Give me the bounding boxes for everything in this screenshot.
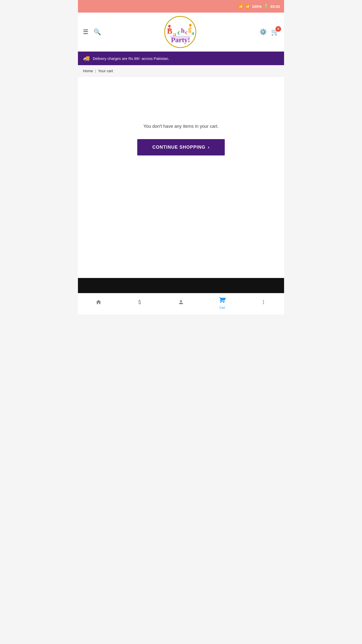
cart-icon-wrapper[interactable]: 🛒 0 — [271, 28, 279, 36]
cart-nav-icon — [219, 296, 226, 305]
header-left: ☰ 🔍 — [83, 28, 101, 35]
continue-shopping-label: CONTINUE SHOPPING — [152, 145, 205, 150]
dark-footer — [78, 278, 284, 293]
cart-nav-label: Cart — [219, 306, 225, 309]
person-icon — [178, 299, 184, 307]
svg-point-9 — [168, 25, 171, 27]
header: ☰ 🔍 B a c h c h a Party! — [78, 13, 284, 52]
cart-badge: 0 — [276, 26, 281, 32]
settings-icon[interactable]: ⚙️ — [259, 28, 267, 35]
continue-shopping-button[interactable]: CONTINUE SHOPPING › — [137, 139, 225, 155]
menu-icon[interactable]: ☰ — [83, 28, 88, 35]
bottom-nav-deals[interactable] — [132, 299, 147, 307]
more-icon — [260, 299, 266, 307]
battery-percentage: 100% — [252, 4, 261, 9]
empty-cart-message: You don't have any items in your cart. — [144, 124, 219, 129]
bottom-nav-account[interactable] — [173, 299, 189, 307]
bottom-navigation: Cart — [78, 293, 284, 314]
search-icon[interactable]: 🔍 — [94, 28, 101, 35]
bottom-nav-more[interactable] — [256, 299, 271, 307]
svg-text:h: h — [181, 27, 185, 34]
app-logo: B a c h c h a Party! — [164, 16, 197, 48]
breadcrumb: Home | Your cart — [78, 65, 284, 77]
signal-icon: 📶 — [245, 4, 250, 9]
status-bar-info: 📶 📶 100% 🔋 03:02 — [238, 4, 280, 9]
home-icon — [96, 299, 102, 307]
wifi-icon: 📶 — [238, 4, 243, 9]
delivery-message: Delivery charges are Rs.99/- across Paki… — [93, 56, 169, 61]
dollar-icon — [137, 299, 143, 307]
time-display: 03:02 — [270, 4, 280, 9]
svg-text:c: c — [177, 29, 180, 36]
status-bar: 📶 📶 100% 🔋 03:02 — [78, 0, 284, 13]
main-content: You don't have any items in your cart. C… — [78, 77, 284, 203]
delivery-banner: 🚚 Delivery charges are Rs.99/- across Pa… — [78, 52, 284, 65]
breadcrumb-separator: | — [95, 69, 96, 73]
continue-shopping-arrow: › — [208, 145, 210, 150]
truck-icon: 🚚 — [83, 55, 90, 62]
svg-text:Party!: Party! — [171, 36, 190, 44]
svg-text:c: c — [185, 29, 188, 35]
breadcrumb-home-link[interactable]: Home — [83, 69, 93, 73]
logo-container[interactable]: B a c h c h a Party! — [164, 16, 197, 48]
bottom-nav-cart[interactable]: Cart — [215, 296, 230, 309]
content-spacer — [78, 203, 284, 278]
svg-point-13 — [189, 24, 192, 26]
breadcrumb-current-page: Your cart — [98, 69, 113, 73]
battery-icon: 🔋 — [264, 4, 268, 9]
svg-text:a: a — [192, 30, 194, 36]
header-right: ⚙️ 🛒 0 — [259, 28, 279, 36]
bottom-nav-home[interactable] — [91, 299, 106, 307]
